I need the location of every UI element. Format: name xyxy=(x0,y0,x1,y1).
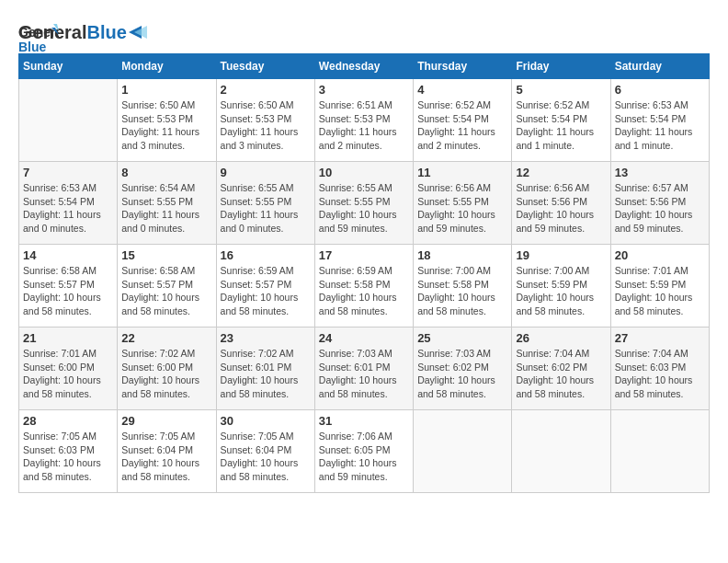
day-number: 10 xyxy=(319,166,409,179)
day-info: Sunrise: 7:05 AMSunset: 6:04 PMDaylight:… xyxy=(221,430,311,484)
calendar-cell: 23Sunrise: 7:02 AMSunset: 6:01 PMDayligh… xyxy=(216,327,314,410)
calendar-cell: 19Sunrise: 7:00 AMSunset: 5:59 PMDayligh… xyxy=(512,245,610,327)
calendar-cell: 7Sunrise: 6:53 AMSunset: 5:54 PMDaylight… xyxy=(19,162,118,245)
day-info: Sunrise: 6:50 AMSunset: 5:53 PMDaylight:… xyxy=(221,98,311,153)
day-number: 6 xyxy=(615,83,705,97)
calendar-cell: 30Sunrise: 7:05 AMSunset: 6:04 PMDayligh… xyxy=(216,410,314,493)
weekday-header-tuesday: Tuesday xyxy=(216,54,314,79)
header: General Blue General Blue xyxy=(18,18,710,44)
calendar-week-row: 28Sunrise: 7:05 AMSunset: 6:03 PMDayligh… xyxy=(19,410,710,493)
day-info: Sunrise: 7:02 AMSunset: 6:00 PMDaylight:… xyxy=(121,347,211,401)
calendar-cell: 18Sunrise: 7:00 AMSunset: 5:58 PMDayligh… xyxy=(414,245,512,327)
calendar-header-row: SundayMondayTuesdayWednesdayThursdayFrid… xyxy=(19,54,710,79)
calendar-cell: 3Sunrise: 6:51 AMSunset: 5:53 PMDaylight… xyxy=(314,79,413,162)
day-info: Sunrise: 6:56 AMSunset: 5:55 PMDaylight:… xyxy=(417,181,507,236)
day-number: 7 xyxy=(23,166,113,179)
calendar-cell: 10Sunrise: 6:55 AMSunset: 5:55 PMDayligh… xyxy=(314,162,413,245)
day-number: 21 xyxy=(23,331,113,345)
day-info: Sunrise: 7:04 AMSunset: 6:03 PMDaylight:… xyxy=(615,347,705,401)
day-info: Sunrise: 7:05 AMSunset: 6:04 PMDaylight:… xyxy=(121,430,211,484)
calendar-cell: 29Sunrise: 7:05 AMSunset: 6:04 PMDayligh… xyxy=(118,410,216,493)
logo-blue: Blue xyxy=(86,22,126,43)
day-info: Sunrise: 7:06 AMSunset: 6:05 PMDaylight:… xyxy=(319,430,409,484)
calendar-cell: 31Sunrise: 7:06 AMSunset: 6:05 PMDayligh… xyxy=(314,410,413,493)
calendar-cell: 2Sunrise: 6:50 AMSunset: 5:53 PMDaylight… xyxy=(216,79,314,162)
day-info: Sunrise: 6:59 AMSunset: 5:57 PMDaylight:… xyxy=(221,264,311,318)
day-number: 8 xyxy=(121,166,211,179)
day-number: 14 xyxy=(23,248,113,262)
logo-icon: General Blue xyxy=(18,18,59,59)
day-number: 19 xyxy=(516,248,606,262)
day-number: 1 xyxy=(121,83,211,97)
weekday-header-thursday: Thursday xyxy=(414,54,512,79)
svg-text:General: General xyxy=(18,25,59,40)
day-info: Sunrise: 6:58 AMSunset: 5:57 PMDaylight:… xyxy=(121,264,211,318)
calendar-cell: 14Sunrise: 6:58 AMSunset: 5:57 PMDayligh… xyxy=(19,245,118,327)
day-number: 3 xyxy=(319,83,409,97)
day-info: Sunrise: 7:05 AMSunset: 6:03 PMDaylight:… xyxy=(23,430,113,484)
day-info: Sunrise: 7:03 AMSunset: 6:01 PMDaylight:… xyxy=(319,347,409,401)
day-number: 25 xyxy=(417,331,507,345)
calendar-cell: 8Sunrise: 6:54 AMSunset: 5:55 PMDaylight… xyxy=(118,162,216,245)
day-info: Sunrise: 6:54 AMSunset: 5:55 PMDaylight:… xyxy=(121,181,211,236)
day-info: Sunrise: 7:00 AMSunset: 5:59 PMDaylight:… xyxy=(516,264,606,318)
page-container: General Blue General Blue xyxy=(18,18,710,493)
calendar-week-row: 7Sunrise: 6:53 AMSunset: 5:54 PMDaylight… xyxy=(19,162,710,245)
logo: General Blue General Blue xyxy=(18,18,147,44)
calendar-cell: 13Sunrise: 6:57 AMSunset: 5:56 PMDayligh… xyxy=(610,162,709,245)
day-number: 31 xyxy=(319,414,409,428)
calendar-cell: 6Sunrise: 6:53 AMSunset: 5:54 PMDaylight… xyxy=(610,79,709,162)
day-number: 27 xyxy=(615,331,705,345)
day-number: 22 xyxy=(121,331,211,345)
day-number: 9 xyxy=(221,166,311,179)
calendar-cell: 11Sunrise: 6:56 AMSunset: 5:55 PMDayligh… xyxy=(414,162,512,245)
day-number: 12 xyxy=(516,166,606,179)
calendar-cell: 4Sunrise: 6:52 AMSunset: 5:54 PMDaylight… xyxy=(414,79,512,162)
calendar-week-row: 21Sunrise: 7:01 AMSunset: 6:00 PMDayligh… xyxy=(19,327,710,410)
calendar-cell: 17Sunrise: 6:59 AMSunset: 5:58 PMDayligh… xyxy=(314,245,413,327)
day-number: 28 xyxy=(23,414,113,428)
day-number: 15 xyxy=(121,248,211,262)
calendar-week-row: 1Sunrise: 6:50 AMSunset: 5:53 PMDaylight… xyxy=(19,79,710,162)
calendar-cell: 1Sunrise: 6:50 AMSunset: 5:53 PMDaylight… xyxy=(118,79,216,162)
calendar-cell: 9Sunrise: 6:55 AMSunset: 5:55 PMDaylight… xyxy=(216,162,314,245)
weekday-header-saturday: Saturday xyxy=(610,54,709,79)
day-number: 5 xyxy=(516,83,606,97)
day-number: 13 xyxy=(615,166,705,179)
calendar-cell xyxy=(512,410,610,493)
calendar-cell xyxy=(610,410,709,493)
day-info: Sunrise: 7:02 AMSunset: 6:01 PMDaylight:… xyxy=(221,347,311,401)
calendar-cell: 28Sunrise: 7:05 AMSunset: 6:03 PMDayligh… xyxy=(19,410,118,493)
day-info: Sunrise: 6:50 AMSunset: 5:53 PMDaylight:… xyxy=(121,98,211,153)
logo-arrow-icon xyxy=(129,26,147,39)
day-number: 18 xyxy=(417,248,507,262)
day-info: Sunrise: 6:53 AMSunset: 5:54 PMDaylight:… xyxy=(23,181,113,236)
calendar-table: SundayMondayTuesdayWednesdayThursdayFrid… xyxy=(18,53,710,493)
day-info: Sunrise: 6:55 AMSunset: 5:55 PMDaylight:… xyxy=(221,181,311,236)
day-info: Sunrise: 7:04 AMSunset: 6:02 PMDaylight:… xyxy=(516,347,606,401)
calendar-cell: 5Sunrise: 6:52 AMSunset: 5:54 PMDaylight… xyxy=(512,79,610,162)
weekday-header-wednesday: Wednesday xyxy=(314,54,413,79)
calendar-cell: 22Sunrise: 7:02 AMSunset: 6:00 PMDayligh… xyxy=(118,327,216,410)
day-info: Sunrise: 7:01 AMSunset: 5:59 PMDaylight:… xyxy=(615,264,705,318)
calendar-cell: 24Sunrise: 7:03 AMSunset: 6:01 PMDayligh… xyxy=(314,327,413,410)
day-number: 11 xyxy=(417,166,507,179)
day-info: Sunrise: 6:53 AMSunset: 5:54 PMDaylight:… xyxy=(615,98,705,153)
day-number: 26 xyxy=(516,331,606,345)
day-info: Sunrise: 6:56 AMSunset: 5:56 PMDaylight:… xyxy=(516,181,606,236)
day-number: 30 xyxy=(221,414,311,428)
day-info: Sunrise: 6:55 AMSunset: 5:55 PMDaylight:… xyxy=(319,181,409,236)
day-info: Sunrise: 6:57 AMSunset: 5:56 PMDaylight:… xyxy=(615,181,705,236)
day-number: 4 xyxy=(417,83,507,97)
weekday-header-friday: Friday xyxy=(512,54,610,79)
calendar-cell: 15Sunrise: 6:58 AMSunset: 5:57 PMDayligh… xyxy=(118,245,216,327)
day-number: 20 xyxy=(615,248,705,262)
calendar-cell: 26Sunrise: 7:04 AMSunset: 6:02 PMDayligh… xyxy=(512,327,610,410)
day-info: Sunrise: 6:52 AMSunset: 5:54 PMDaylight:… xyxy=(516,98,606,153)
calendar-cell xyxy=(19,79,118,162)
day-number: 16 xyxy=(221,248,311,262)
calendar-week-row: 14Sunrise: 6:58 AMSunset: 5:57 PMDayligh… xyxy=(19,245,710,327)
day-info: Sunrise: 7:03 AMSunset: 6:02 PMDaylight:… xyxy=(417,347,507,401)
weekday-header-monday: Monday xyxy=(118,54,216,79)
day-info: Sunrise: 6:58 AMSunset: 5:57 PMDaylight:… xyxy=(23,264,113,318)
